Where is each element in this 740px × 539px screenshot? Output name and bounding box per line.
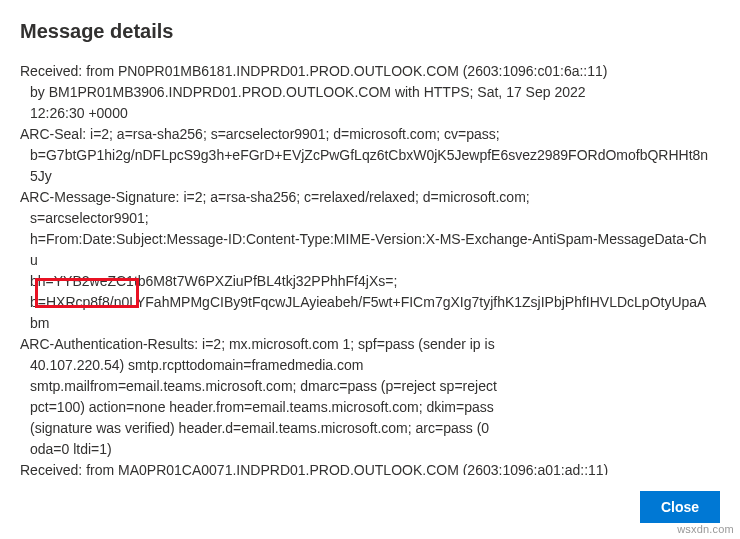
header-line: s=arcselector9901; bbox=[20, 208, 714, 229]
message-headers-text[interactable]: Received: from PN0PR01MB6181.INDPRD01.PR… bbox=[20, 61, 720, 475]
dialog-footer: Close bbox=[20, 485, 720, 539]
close-button[interactable]: Close bbox=[640, 491, 720, 523]
header-line: oda=0 ltdi=1) bbox=[20, 439, 714, 460]
header-line: Received: from MA0PR01CA0071.INDPRD01.PR… bbox=[20, 460, 714, 475]
header-line: h=From:Date:Subject:Message-ID:Content-T… bbox=[20, 229, 714, 271]
content-wrapper: Received: from PN0PR01MB6181.INDPRD01.PR… bbox=[20, 61, 720, 475]
header-line: 12:26:30 +0000 bbox=[20, 103, 714, 124]
watermark-text: wsxdn.com bbox=[677, 523, 734, 535]
header-line: ARC-Seal: i=2; a=rsa-sha256; s=arcselect… bbox=[20, 124, 714, 145]
header-line: (signature was verified) header.d=email.… bbox=[20, 418, 714, 439]
header-line: pct=100) action=none header.from=email.t… bbox=[20, 397, 714, 418]
header-line: bh=YYB2weZC1tb6M8t7W6PXZiuPfBL4tkj32PPhh… bbox=[20, 271, 714, 292]
dialog-title: Message details bbox=[20, 20, 720, 43]
header-line: ARC-Message-Signature: i=2; a=rsa-sha256… bbox=[20, 187, 714, 208]
header-line: ARC-Authentication-Results: i=2; mx.micr… bbox=[20, 334, 714, 355]
header-line: b=HXRcp8f8/n0LYFahMPMgCIBy9tFqcwJLAyieab… bbox=[20, 292, 714, 334]
header-line: 40.107.220.54) smtp.rcpttodomain=framedm… bbox=[20, 355, 714, 376]
header-line: smtp.mailfrom=email.teams.microsoft.com;… bbox=[20, 376, 714, 397]
header-line: b=G7btGP1hi2g/nDFLpcS9g3h+eFGrD+EVjZcPwG… bbox=[20, 145, 714, 187]
header-line: by BM1PR01MB3906.INDPRD01.PROD.OUTLOOK.C… bbox=[20, 82, 714, 103]
header-line: Received: from PN0PR01MB6181.INDPRD01.PR… bbox=[20, 61, 714, 82]
message-details-dialog: Message details Received: from PN0PR01MB… bbox=[0, 0, 740, 539]
